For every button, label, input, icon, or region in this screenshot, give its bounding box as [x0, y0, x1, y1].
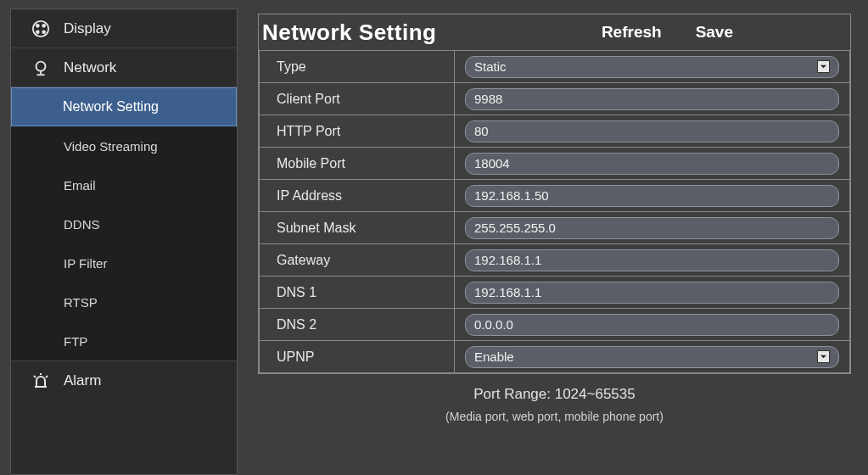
- input-value: 192.168.1.1: [474, 253, 541, 267]
- sidebar-item-label: Video Streaming: [64, 139, 158, 154]
- input-dns1[interactable]: 192.168.1.1: [465, 282, 839, 304]
- input-dns2[interactable]: 0.0.0.0: [465, 314, 839, 336]
- input-value: 0.0.0.0: [474, 317, 513, 332]
- sidebar-item-email[interactable]: Email: [11, 165, 237, 204]
- input-subnet-mask[interactable]: 255.255.255.0: [465, 217, 839, 239]
- label-ip-address: IP Address: [260, 180, 455, 212]
- label-client-port: Client Port: [260, 83, 455, 115]
- row-gateway: Gateway 192.168.1.1: [260, 244, 850, 277]
- save-button[interactable]: Save: [696, 23, 733, 42]
- label-dns1: DNS 1: [260, 277, 455, 309]
- chevron-down-icon: [817, 60, 830, 73]
- row-http-port: HTTP Port 80: [260, 115, 850, 148]
- input-value: 192.168.1.50: [474, 188, 549, 203]
- svg-line-10: [34, 376, 36, 377]
- sidebar-item-label: DDNS: [64, 217, 100, 232]
- sidebar-item-ddns[interactable]: DDNS: [11, 204, 237, 243]
- sidebar-item-video-streaming[interactable]: Video Streaming: [11, 126, 237, 165]
- svg-line-11: [46, 376, 48, 377]
- label-mobile-port: Mobile Port: [260, 148, 455, 180]
- title-row: Network Setting Refresh Save: [259, 14, 850, 50]
- row-mobile-port: Mobile Port 18004: [260, 148, 850, 180]
- select-upnp[interactable]: Enable: [465, 346, 839, 368]
- row-type: Type Static: [260, 51, 850, 83]
- row-dns2: DNS 2 0.0.0.0: [260, 309, 850, 341]
- sidebar-item-label: FTP: [64, 334, 87, 349]
- row-dns1: DNS 1 192.168.1.1: [260, 277, 850, 309]
- label-dns2: DNS 2: [260, 309, 455, 341]
- row-subnet-mask: Subnet Mask 255.255.255.0: [260, 212, 850, 244]
- label-upnp: UPNP: [260, 341, 455, 373]
- svg-point-4: [42, 30, 46, 34]
- sidebar-item-label: Alarm: [64, 372, 101, 389]
- sidebar-item-alarm[interactable]: Alarm: [11, 361, 237, 400]
- alarm-icon: [30, 370, 52, 392]
- svg-point-2: [42, 24, 46, 28]
- row-upnp: UPNP Enable: [260, 341, 850, 373]
- sidebar-item-ip-filter[interactable]: IP Filter: [11, 243, 237, 282]
- input-ip-address[interactable]: 192.168.1.50: [465, 185, 839, 207]
- label-http-port: HTTP Port: [260, 115, 455, 148]
- select-type[interactable]: Static: [465, 56, 839, 78]
- input-value: 18004: [474, 156, 510, 170]
- sidebar-item-label: IP Filter: [64, 256, 107, 271]
- svg-point-1: [36, 24, 40, 28]
- sidebar-sublist-network: Network Setting Video Streaming Email DD…: [11, 87, 237, 361]
- title-actions: Refresh Save: [602, 23, 733, 42]
- sidebar-item-ftp[interactable]: FTP: [11, 321, 237, 360]
- sidebar-item-label: Email: [64, 178, 96, 193]
- sidebar: Display Network Network Setting Video St…: [10, 8, 238, 475]
- select-value: Static: [474, 59, 507, 74]
- label-type: Type: [260, 51, 455, 83]
- input-value: 192.168.1.1: [474, 285, 541, 299]
- page-title: Network Setting: [262, 20, 436, 46]
- settings-table: Type Static Client Port 9988: [259, 50, 850, 373]
- row-client-port: Client Port 9988: [260, 83, 850, 115]
- port-range-note: Port Range: 1024~65535 (Media port, web …: [258, 386, 851, 423]
- port-range-sub: (Media port, web port, mobile phone port…: [258, 410, 851, 423]
- display-icon: [30, 18, 52, 40]
- input-client-port[interactable]: 9988: [465, 88, 839, 110]
- input-value: 255.255.255.0: [474, 221, 556, 235]
- label-subnet-mask: Subnet Mask: [260, 212, 455, 244]
- svg-point-3: [36, 30, 40, 34]
- sidebar-item-network[interactable]: Network: [11, 48, 237, 87]
- sidebar-item-network-setting[interactable]: Network Setting: [11, 87, 237, 126]
- sidebar-item-label: Network: [64, 59, 116, 76]
- input-value: 80: [474, 124, 489, 138]
- app-container: Display Network Network Setting Video St…: [0, 0, 868, 475]
- port-range-text: Port Range: 1024~65535: [258, 386, 851, 403]
- row-ip-address: IP Address 192.168.1.50: [260, 180, 850, 212]
- svg-point-0: [33, 20, 48, 36]
- svg-point-5: [36, 61, 46, 70]
- sidebar-item-label: Network Setting: [63, 99, 159, 115]
- sidebar-item-label: RTSP: [64, 295, 98, 310]
- sidebar-item-label: Display: [64, 20, 111, 37]
- label-gateway: Gateway: [260, 244, 455, 277]
- settings-panel: Network Setting Refresh Save Type Static: [258, 14, 851, 374]
- input-value: 9988: [474, 92, 502, 106]
- input-mobile-port[interactable]: 18004: [465, 153, 839, 175]
- input-gateway[interactable]: 192.168.1.1: [465, 249, 839, 271]
- sidebar-item-rtsp[interactable]: RTSP: [11, 282, 237, 321]
- main-content: Network Setting Refresh Save Type Static: [238, 8, 868, 475]
- select-value: Enable: [474, 349, 514, 364]
- refresh-button[interactable]: Refresh: [602, 23, 662, 42]
- input-http-port[interactable]: 80: [465, 120, 839, 142]
- network-icon: [30, 57, 52, 79]
- sidebar-item-display[interactable]: Display: [11, 9, 237, 48]
- chevron-down-icon: [817, 350, 830, 363]
